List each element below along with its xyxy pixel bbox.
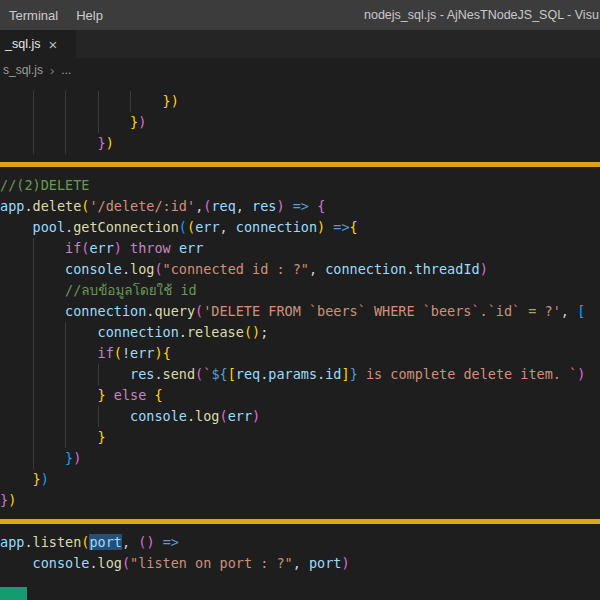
indent-guide <box>33 112 34 133</box>
indent-guide <box>33 280 34 301</box>
code-line[interactable]: } else { <box>0 385 600 406</box>
code-line[interactable]: }) <box>0 448 600 469</box>
indent-guide <box>65 322 66 343</box>
tab-bar: _sql.js × <box>0 30 600 58</box>
code-line[interactable]: console.log("listen on port : ?", port) <box>0 553 600 574</box>
indent-guide <box>65 133 66 154</box>
indent-guide <box>33 133 34 154</box>
indent-guide <box>33 259 34 280</box>
code-line[interactable]: connection.release(); <box>0 322 600 343</box>
code-line[interactable]: if(!err){ <box>0 343 600 364</box>
indent-guide <box>65 343 66 364</box>
indent-guide <box>33 448 34 469</box>
indent-guide <box>33 427 34 448</box>
code-line[interactable]: pool.getConnection((err, connection) =>{ <box>0 217 600 238</box>
menu-item-help[interactable]: Help <box>67 0 112 30</box>
code-line[interactable]: }) <box>0 133 600 154</box>
indent-guide <box>98 364 99 385</box>
indent-guide <box>65 406 66 427</box>
chevron-right-icon: › <box>50 63 54 78</box>
indent-guide <box>33 364 34 385</box>
indent-guide <box>33 238 34 259</box>
remote-indicator[interactable] <box>0 587 27 600</box>
code-line[interactable]: //ลบข้อมูลโดยใช้ id <box>0 280 600 301</box>
code-editor[interactable]: }) }) })//(2)DELETEapp.delete('/delete/:… <box>0 82 600 600</box>
indent-guide <box>33 343 34 364</box>
breadcrumb: s_sql.js › ... <box>0 58 600 82</box>
indent-guide <box>33 301 34 322</box>
window-title: nodejs_sql.js - AjNesTNodeJS_SQL - Visu <box>364 0 599 30</box>
code-line[interactable]: }) <box>0 469 600 490</box>
menu-item-terminal[interactable]: Terminal <box>0 0 67 30</box>
section-divider <box>0 162 600 167</box>
titlebar: Terminal Help nodejs_sql.js - AjNesTNode… <box>0 0 600 30</box>
indent-guide <box>33 406 34 427</box>
section-divider <box>0 519 600 524</box>
indent-guide <box>98 406 99 427</box>
code-line[interactable]: console.log("connected id : ?", connecti… <box>0 259 600 280</box>
code-line[interactable]: app.delete('/delete/:id',(req, res) => { <box>0 196 600 217</box>
tab-label: _sql.js <box>5 37 40 51</box>
breadcrumb-file[interactable]: s_sql.js <box>3 63 43 77</box>
indent-guide <box>65 385 66 406</box>
code-line[interactable]: if(err) throw err <box>0 238 600 259</box>
code-line[interactable]: console.log(err) <box>0 406 600 427</box>
vscode-window: Terminal Help nodejs_sql.js - AjNesTNode… <box>0 0 600 600</box>
indent-guide <box>65 112 66 133</box>
indent-guide <box>130 91 131 112</box>
indent-guide <box>33 91 34 112</box>
indent-guide <box>65 427 66 448</box>
code-line[interactable]: }) <box>0 490 600 511</box>
code-line[interactable]: }) <box>0 112 600 133</box>
code-line[interactable]: app.listen(port, () => <box>0 532 600 553</box>
code-line[interactable]: res.send(`${[req.params.id]} is complete… <box>0 364 600 385</box>
indent-guide <box>98 91 99 112</box>
code-line[interactable]: //(2)DELETE <box>0 175 600 196</box>
close-icon[interactable]: × <box>48 37 57 52</box>
code-line[interactable]: }) <box>0 91 600 112</box>
tab-nodejs-sql-js[interactable]: _sql.js × <box>0 30 76 58</box>
indent-guide <box>33 322 34 343</box>
indent-guide <box>98 112 99 133</box>
code-line[interactable]: } <box>0 427 600 448</box>
indent-guide <box>33 385 34 406</box>
breadcrumb-ellipsis[interactable]: ... <box>61 63 71 77</box>
code-line[interactable]: connection.query('DELETE FROM `beers` WH… <box>0 301 600 322</box>
indent-guide <box>65 91 66 112</box>
indent-guide <box>65 364 66 385</box>
